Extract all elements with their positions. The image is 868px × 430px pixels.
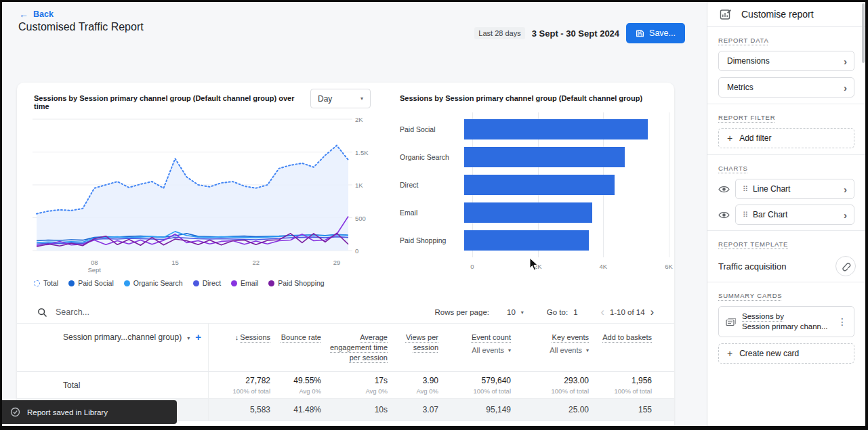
- add-filter-button[interactable]: + Add filter: [718, 128, 854, 148]
- dimension-header-cell[interactable]: Session primary...channel group) ▾ +: [17, 324, 209, 371]
- summary-card-subtitle: Session primary chann...: [742, 322, 829, 332]
- data-cell: 95,149: [441, 405, 514, 414]
- scrollbar-thumb[interactable]: [862, 3, 865, 63]
- line-chart-plot: [33, 115, 352, 255]
- bar: [464, 175, 615, 195]
- interval-dropdown[interactable]: Day ▾: [310, 89, 371, 108]
- event-count-filter[interactable]: All events▾: [441, 345, 511, 356]
- drag-handle-icon[interactable]: ⠿: [743, 211, 747, 219]
- legend-swatch: [68, 280, 75, 286]
- total-row: Total 27,782100% of total 49.55%Avg 0% 1…: [17, 372, 674, 399]
- previous-page-icon[interactable]: ‹: [601, 307, 604, 318]
- drag-handle-icon[interactable]: ⠿: [743, 185, 747, 194]
- caret-down-icon[interactable]: ▾: [187, 335, 190, 341]
- charts-section: Sessions by Session primary channel grou…: [17, 83, 674, 301]
- chart-legend: Total Paid Social Organic Search Direct …: [34, 279, 325, 287]
- customise-report-icon: [720, 8, 732, 20]
- legend-swatch: [34, 280, 40, 286]
- search-input[interactable]: [56, 307, 191, 317]
- summary-card[interactable]: Sessions by Session primary chann... ⋮: [718, 306, 854, 337]
- sidebar-title: Customise report: [741, 9, 814, 20]
- legend-swatch: [231, 280, 237, 286]
- column-header-views-per-session[interactable]: Views per session: [390, 324, 441, 371]
- column-header-key-events[interactable]: Key events All events▾: [514, 324, 592, 371]
- legend-item: Organic Search: [124, 279, 183, 287]
- column-header-bounce-rate[interactable]: Bounce rate: [273, 324, 324, 371]
- dimensions-button[interactable]: Dimensions ›: [718, 51, 854, 71]
- caret-down-icon: ▾: [508, 345, 511, 356]
- section-report-filter: REPORT FILTER: [718, 114, 775, 121]
- visibility-eye-icon[interactable]: [718, 211, 730, 219]
- next-page-icon[interactable]: ›: [650, 307, 654, 318]
- column-header-event-count[interactable]: Event count All events▾: [441, 324, 514, 371]
- summary-card-icon: [726, 318, 736, 326]
- legend-item: Paid Social: [68, 279, 114, 287]
- back-button[interactable]: ← Back: [19, 9, 54, 20]
- bar-chart-title: Sessions by Session primary channel grou…: [400, 94, 664, 102]
- chevron-right-icon: ›: [844, 209, 847, 221]
- sidebar-header: Customise report: [707, 2, 865, 27]
- chevron-right-icon: ›: [844, 56, 847, 67]
- report-template-row: Traffic acquisition: [718, 256, 856, 276]
- date-preset-chip[interactable]: Last 28 days: [474, 27, 524, 39]
- line-chart-button[interactable]: ⠿ Line Chart ›: [735, 179, 854, 199]
- save-icon: [636, 29, 644, 38]
- column-header-add-to-baskets[interactable]: Add to baskets: [592, 324, 655, 371]
- bar: [464, 147, 625, 167]
- visibility-eye-icon[interactable]: [718, 185, 730, 194]
- report-card: Sessions by Session primary channel grou…: [17, 83, 674, 426]
- total-cell: 579,640100% of total: [441, 376, 514, 395]
- unlink-icon[interactable]: [835, 256, 856, 276]
- back-arrow-icon: ←: [19, 9, 28, 20]
- go-to-value[interactable]: 1: [573, 308, 577, 316]
- section-report-template: REPORT TEMPLATE: [718, 240, 788, 248]
- legend-item: Total: [34, 279, 58, 287]
- bar-row: Paid Shopping: [388, 226, 674, 254]
- bar-chart-x-labels: 02K4K6K: [472, 263, 669, 272]
- caret-down-icon: ▾: [360, 95, 363, 102]
- save-button[interactable]: Save...: [626, 23, 685, 43]
- template-name: Traffic acquisition: [718, 261, 786, 272]
- data-cell: 25.00: [514, 405, 592, 414]
- chevron-right-icon: ›: [844, 82, 847, 93]
- line-chart-panel: Sessions by Session primary channel grou…: [17, 83, 388, 301]
- add-dimension-button[interactable]: +: [195, 332, 201, 342]
- toast-message: Report saved in Library: [27, 408, 108, 416]
- sort-desc-icon: ↓: [235, 333, 239, 341]
- plus-icon: +: [727, 133, 732, 144]
- back-label: Back: [33, 9, 54, 19]
- column-header-avg-engagement[interactable]: Average engagement time per session: [324, 324, 390, 371]
- rows-per-page-value[interactable]: 10: [507, 308, 516, 316]
- line-chart-y-labels: 2K1.5K1K5000: [355, 115, 377, 255]
- bar: [464, 202, 592, 223]
- kebab-menu-icon[interactable]: ⋮: [835, 316, 850, 327]
- chevron-right-icon: ›: [844, 184, 847, 195]
- plus-icon: +: [727, 348, 732, 359]
- caret-down-icon: ▾: [586, 345, 589, 356]
- key-events-filter[interactable]: All events▾: [514, 345, 589, 356]
- caret-down-icon[interactable]: ▾: [521, 309, 524, 316]
- column-header-sessions[interactable]: ↓Sessions: [209, 324, 273, 371]
- section-summary-cards: SUMMARY CARDS: [718, 292, 783, 299]
- total-cell: 27,782100% of total: [209, 376, 273, 395]
- data-cell: 10s: [324, 405, 390, 414]
- toast-notification: Report saved in Library: [2, 400, 177, 424]
- search-box[interactable]: [37, 307, 434, 318]
- bar-row: Direct: [388, 171, 674, 198]
- total-label: Total: [17, 381, 80, 390]
- line-chart-x-labels: 08Sept152229: [33, 259, 352, 276]
- line-chart-item: ⠿ Line Chart ›: [718, 179, 854, 199]
- metrics-button[interactable]: Metrics ›: [718, 77, 854, 98]
- pagination-range: 1-10 of 14: [610, 308, 645, 316]
- date-range-text[interactable]: 3 Sept - 30 Sept 2024: [532, 28, 619, 39]
- total-cell: 293.00100% of total: [514, 376, 592, 395]
- check-circle-icon: [10, 407, 20, 417]
- bar-chart-button[interactable]: ⠿ Bar Chart ›: [735, 205, 854, 225]
- total-cell: 49.55%Avg 0%: [273, 376, 324, 395]
- create-new-card-button[interactable]: + Create new card: [718, 343, 854, 364]
- bar: [464, 230, 589, 251]
- search-icon: [37, 307, 47, 318]
- section-charts: CHARTS: [718, 165, 748, 172]
- line-chart-title: Sessions by Session primary channel grou…: [34, 94, 305, 110]
- bar-chart-item: ⠿ Bar Chart ›: [718, 205, 854, 225]
